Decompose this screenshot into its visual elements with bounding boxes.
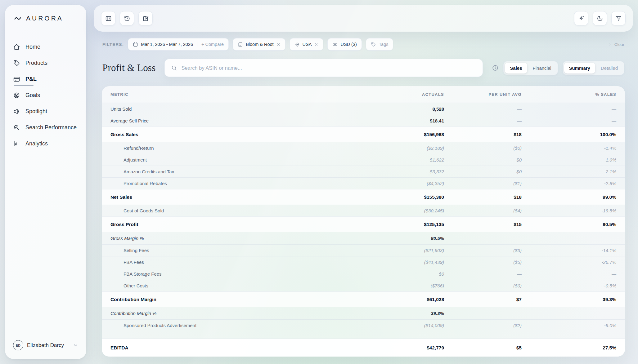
sidebar-item-label: P&L <box>25 76 37 82</box>
toggle-detailed[interactable]: Detailed <box>596 63 623 73</box>
collapse-sidebar-button[interactable] <box>101 11 115 25</box>
sidebar-item-spotlight[interactable]: Spotlight <box>13 105 78 118</box>
per-unit-cell: ($2) <box>444 323 522 328</box>
toggle-summary[interactable]: Summary <box>564 63 595 73</box>
table-row: Gross Sales$156,968$18100.0% <box>102 127 625 142</box>
pct-sales-cell: — <box>522 236 616 241</box>
header-per-unit: PER UNIT AVG <box>444 92 522 97</box>
pct-sales-cell: 100.0% <box>522 132 616 137</box>
sidebar-item-goals[interactable]: Goals <box>13 89 78 102</box>
filters-label: FILTERS: <box>102 42 124 47</box>
metric-cell: Adjustment <box>110 157 366 162</box>
per-unit-cell: — <box>444 271 522 277</box>
table-row: Amazon Credits and Tax$3,332$02.1% <box>102 166 625 177</box>
table-row: Net Sales$155,380$1899.0% <box>102 189 625 205</box>
actuals-cell: ($14,009) <box>366 323 444 328</box>
per-unit-cell: $18 <box>444 194 522 200</box>
table-row: Cost of Goods Sold($30,245)($4)-19.5% <box>102 205 625 216</box>
metric-cell: Contribution Margin <box>110 297 366 302</box>
pct-sales-cell: — <box>522 106 616 112</box>
metric-cell: Contribution Margin % <box>110 311 366 316</box>
pct-sales-cell: -1.4% <box>522 145 616 151</box>
metric-cell: Net Sales <box>110 194 366 200</box>
info-icon[interactable] <box>492 64 499 71</box>
remove-chip-icon[interactable] <box>276 42 281 47</box>
header-metric: METRIC <box>110 92 366 97</box>
header-pct-sales: % SALES <box>522 92 616 97</box>
per-unit-cell: ($0) <box>444 283 522 288</box>
compose-button[interactable] <box>138 11 153 25</box>
actuals-cell: ($30,245) <box>366 208 444 213</box>
app-root: AURORA HomeProductsP&LGoalsSpotlightSear… <box>0 0 638 364</box>
metric-cell: EBITDA <box>110 345 366 351</box>
table-header-row: METRIC ACTUALS PER UNIT AVG % SALES <box>102 86 625 103</box>
header-actuals: ACTUALS <box>366 92 444 97</box>
filter-chip-bloom-root[interactable]: Bloom & Root <box>233 38 285 51</box>
pct-sales-cell: -2.8% <box>522 181 616 186</box>
pct-sales-cell: 1.0% <box>522 157 616 162</box>
sidebar-item-home[interactable]: Home <box>13 40 78 53</box>
theme-button[interactable] <box>593 11 607 25</box>
megaphone-icon <box>13 108 20 115</box>
automation-button[interactable] <box>574 11 588 25</box>
toggle-financial[interactable]: Financial <box>528 63 556 73</box>
search-input[interactable] <box>181 65 476 71</box>
metric-cell: Selling Fees <box>110 248 366 253</box>
filter-button[interactable] <box>611 11 626 25</box>
sidebar-item-search-performance[interactable]: Search Performance <box>13 121 78 134</box>
search-bar[interactable] <box>164 59 483 77</box>
sidebar-item-label: Products <box>25 60 47 66</box>
actuals-cell: $125,135 <box>366 222 444 227</box>
clear-filters-button[interactable]: Clear <box>609 42 624 47</box>
price-tag-icon <box>13 60 20 67</box>
actuals-cell: $18.41 <box>366 118 444 123</box>
sidebar-nav: HomeProductsP&LGoalsSpotlightSearch Perf… <box>13 40 78 150</box>
history-icon <box>124 15 130 22</box>
metric-cell: Gross Margin % <box>110 236 366 241</box>
avatar: ED <box>13 340 23 350</box>
sidebar-item-p-l[interactable]: P&L <box>13 73 78 86</box>
filter-chips: Bloom & RootUSAUSD ($)Tags <box>233 38 393 51</box>
actuals-cell: $42,779 <box>366 345 444 351</box>
clear-filters-label: Clear <box>614 42 624 47</box>
sidebar-item-label: Goals <box>25 92 40 99</box>
table-row: Promotional Rebates($4,352)($1)-2.8% <box>102 177 625 189</box>
pct-sales-cell: — <box>522 271 616 277</box>
metric-cell: FBA Storage Fees <box>110 271 366 277</box>
per-unit-cell: — <box>444 118 522 123</box>
table-row: Average Sell Price$18.41—— <box>102 115 625 127</box>
store-icon <box>238 42 243 47</box>
toggle-sales[interactable]: Sales <box>505 63 527 73</box>
pct-sales-cell: -9.0% <box>522 323 616 328</box>
table-row: Adjustment$1,622$01.0% <box>102 154 625 166</box>
filter-chip-usd[interactable]: USD ($) <box>327 38 362 51</box>
actuals-cell: ($766) <box>366 283 444 288</box>
pct-sales-cell: 27.5% <box>522 345 616 351</box>
chip-label: USA <box>303 42 312 47</box>
per-unit-cell: ($4) <box>444 208 522 213</box>
toolbar-right-group <box>574 11 626 25</box>
sidebar-item-label: Analytics <box>25 140 48 147</box>
chevron-down-icon[interactable] <box>73 343 78 348</box>
date-range-chip[interactable]: Mar 1, 2026 - Mar 7, 2026 + Compare <box>128 38 229 51</box>
remove-chip-icon[interactable] <box>314 42 318 47</box>
actuals-cell: ($2,189) <box>366 145 444 151</box>
table-row: Contribution Margin %39.3%—— <box>102 307 625 319</box>
top-toolbar <box>94 5 633 32</box>
table-row: Other Costs($766)($0)-0.5% <box>102 280 625 291</box>
bar-chart-icon <box>13 140 20 147</box>
per-unit-cell: $7 <box>444 297 522 302</box>
sidebar-item-products[interactable]: Products <box>13 56 78 69</box>
metric-cell: Promotional Rebates <box>110 181 366 186</box>
history-button[interactable] <box>120 11 134 25</box>
sidebar-item-analytics[interactable]: Analytics <box>13 137 78 150</box>
brand-logo: AURORA <box>13 14 78 22</box>
actuals-cell: $156,968 <box>366 132 444 137</box>
actuals-cell: 8,528 <box>366 106 444 112</box>
user-menu[interactable]: ED Elizabeth Darcy <box>13 340 78 350</box>
filter-chip-usa[interactable]: USA <box>290 38 324 51</box>
page-header: Profit & Loss Sales Financial Summary De… <box>102 59 624 77</box>
sparkles-icon <box>578 15 585 22</box>
compare-button[interactable]: + Compare <box>201 42 224 47</box>
filter-chip-tags[interactable]: Tags <box>366 38 393 51</box>
